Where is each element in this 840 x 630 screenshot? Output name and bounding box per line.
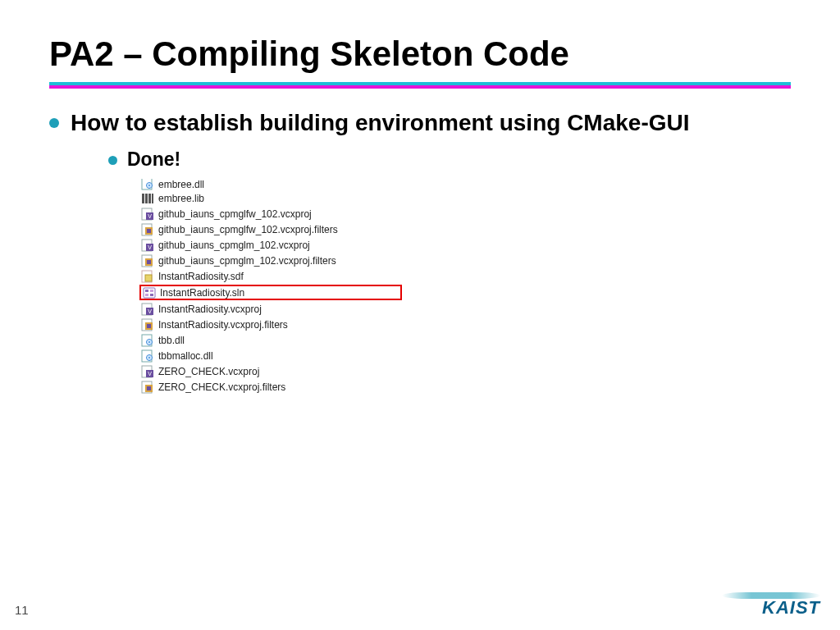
svg-rect-23 [150, 290, 153, 292]
logo-text: KAIST [722, 597, 820, 619]
filters-file-icon [141, 254, 154, 267]
svg-point-2 [148, 185, 150, 186]
dll-file-icon [141, 349, 154, 363]
bullet-dot-icon [49, 118, 59, 128]
file-row: VInstantRadiosity.vcxproj [139, 301, 402, 317]
file-name: tbbmalloc.dll [158, 350, 213, 362]
bullet-dot-icon [108, 156, 117, 165]
title-divider [49, 82, 791, 89]
file-row-highlighted: InstantRadiosity.sln [139, 285, 402, 300]
svg-text:V: V [148, 308, 152, 314]
file-row: embree.dll [139, 179, 402, 190]
svg-rect-24 [145, 294, 148, 296]
file-row: Vgithub_iauns_cpmglfw_102.vcxproj [139, 206, 402, 221]
kaist-logo: KAIST [722, 592, 820, 619]
bullet-level1-text: How to establish building environment us… [71, 108, 690, 137]
lib-file-icon [141, 192, 154, 205]
svg-rect-43 [147, 386, 151, 390]
svg-text:V: V [148, 371, 152, 377]
file-name: InstantRadiosity.vcxproj [158, 304, 262, 315]
vcxproj-file-icon: V [141, 208, 154, 221]
file-row: InstantRadiosity.vcxproj.filters [139, 317, 402, 332]
file-row: tbbmalloc.dll [139, 348, 402, 363]
svg-rect-5 [148, 194, 151, 203]
dll-file-icon [141, 334, 154, 347]
file-name: github_iauns_cpmglfw_102.vcxproj.filters [158, 224, 338, 235]
svg-rect-4 [145, 194, 148, 203]
file-row: InstantRadiosity.sdf [139, 268, 402, 284]
svg-rect-3 [142, 194, 144, 203]
svg-text:V: V [148, 213, 152, 219]
file-name: github_iauns_cpmglfw_102.vcxproj [158, 208, 312, 220]
svg-rect-20 [145, 275, 152, 281]
file-row: ZERO_CHECK.vcxproj.filters [139, 379, 402, 395]
vcxproj-file-icon: V [141, 365, 154, 378]
file-row: embree.lib [139, 190, 402, 206]
svg-rect-21 [144, 288, 155, 298]
file-name: InstantRadiosity.sln [160, 287, 244, 299]
vcxproj-file-icon: V [141, 239, 154, 252]
svg-rect-25 [150, 294, 153, 296]
file-list: embree.dllembree.libVgithub_iauns_cpmglf… [139, 179, 402, 395]
filters-file-icon [141, 223, 154, 236]
bullet-level2-text: Done! [127, 148, 180, 171]
file-name: github_iauns_cpmglm_102.vcxproj.filters [158, 255, 336, 267]
logo-swoosh-icon [722, 592, 820, 599]
file-name: ZERO_CHECK.vcxproj.filters [158, 381, 285, 393]
file-row: VZERO_CHECK.vcxproj [139, 363, 402, 379]
filters-file-icon [141, 318, 154, 331]
dll-file-icon [141, 179, 154, 190]
svg-rect-18 [147, 260, 151, 264]
file-name: InstantRadiosity.sdf [158, 271, 244, 282]
bullet-level1: How to establish building environment us… [49, 108, 791, 137]
svg-text:V: V [148, 244, 152, 250]
svg-rect-22 [145, 290, 148, 292]
file-name: InstantRadiosity.vcxproj.filters [158, 319, 288, 331]
svg-point-37 [148, 357, 150, 358]
bullet-level2: Done! [108, 148, 791, 171]
svg-point-34 [148, 341, 150, 343]
slide-title: PA2 – Compiling Skeleton Code [49, 34, 791, 74]
file-name: tbb.dll [158, 335, 185, 346]
sln-file-icon [143, 286, 156, 299]
file-name: github_iauns_cpmglm_102.vcxproj [158, 240, 310, 251]
file-name: ZERO_CHECK.vcxproj [158, 366, 259, 377]
vcxproj-file-icon: V [141, 303, 154, 316]
file-row: github_iauns_cpmglm_102.vcxproj.filters [139, 253, 402, 268]
sdf-file-icon [141, 270, 154, 283]
file-row: Vgithub_iauns_cpmglm_102.vcxproj [139, 237, 402, 253]
file-row: github_iauns_cpmglfw_102.vcxproj.filters [139, 221, 402, 237]
svg-rect-12 [147, 229, 151, 233]
file-name: embree.dll [158, 179, 204, 190]
svg-rect-6 [152, 194, 153, 203]
filters-file-icon [141, 381, 154, 394]
file-name: embree.lib [158, 193, 204, 204]
file-row: tbb.dll [139, 332, 402, 348]
svg-rect-31 [147, 324, 151, 328]
page-number: 11 [15, 603, 29, 617]
